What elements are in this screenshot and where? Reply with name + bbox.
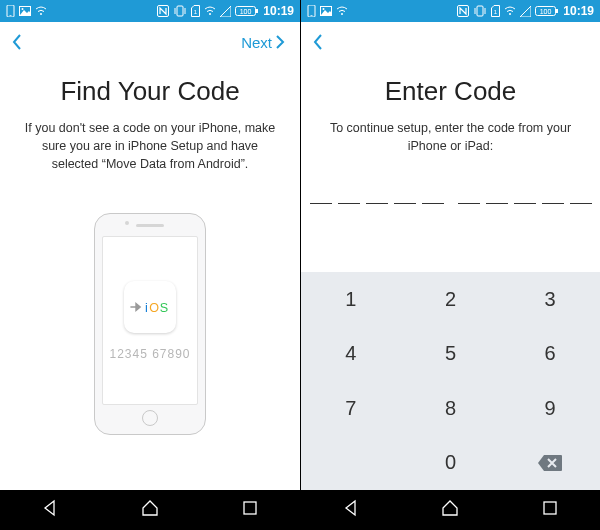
triangle-back-icon xyxy=(41,499,59,517)
svg-text:100: 100 xyxy=(540,8,552,15)
svg-rect-17 xyxy=(311,15,313,16)
picture-icon xyxy=(320,6,332,16)
chevron-left-icon xyxy=(311,33,325,51)
battery-icon: 100 xyxy=(535,5,559,17)
battery-icon: 100 xyxy=(235,5,259,17)
triangle-back-icon xyxy=(342,499,360,517)
nav-home-button[interactable] xyxy=(141,499,159,521)
example-code: 12345 67890 xyxy=(109,347,190,361)
svg-text:i: i xyxy=(145,301,148,315)
home-outline-icon xyxy=(141,499,159,517)
signal-icon xyxy=(220,6,231,17)
content-area: Find Your Code If you don't see a code o… xyxy=(0,62,300,490)
square-recent-icon xyxy=(541,499,559,517)
move-to-ios-icon: i O S xyxy=(129,293,171,321)
svg-text:1: 1 xyxy=(194,9,198,15)
svg-text:O: O xyxy=(149,301,159,315)
app-header: Next xyxy=(0,22,300,62)
svg-point-3 xyxy=(22,8,24,10)
code-digit xyxy=(422,203,444,204)
svg-rect-1 xyxy=(10,15,12,16)
key-9[interactable]: 9 xyxy=(500,381,600,436)
key-0[interactable]: 0 xyxy=(401,436,501,491)
content-area: Enter Code To continue setup, enter the … xyxy=(301,62,600,272)
chevron-right-icon xyxy=(274,34,286,50)
page-description: To continue setup, enter the code from y… xyxy=(325,119,576,155)
svg-point-8 xyxy=(209,13,211,15)
key-2[interactable]: 2 xyxy=(401,272,501,327)
nav-recent-button[interactable] xyxy=(241,499,259,521)
nfc-icon xyxy=(457,5,469,17)
vibrate-icon xyxy=(173,5,187,17)
app-header xyxy=(301,22,600,62)
wifi-alt-icon xyxy=(336,6,348,16)
nfc-icon xyxy=(157,5,169,17)
square-recent-icon xyxy=(241,499,259,517)
backspace-icon xyxy=(537,454,563,472)
home-outline-icon xyxy=(441,499,459,517)
back-button[interactable] xyxy=(10,33,24,51)
svg-rect-26 xyxy=(556,9,558,13)
vibrate-icon xyxy=(473,5,487,17)
key-6[interactable]: 6 xyxy=(500,327,600,382)
page-title: Enter Code xyxy=(385,76,517,107)
code-digit xyxy=(310,203,332,204)
code-digit xyxy=(514,203,536,204)
key-8[interactable]: 8 xyxy=(401,381,501,436)
chevron-left-icon xyxy=(10,33,24,51)
numeric-keypad: 1 2 3 4 5 6 7 8 9 0 xyxy=(301,272,600,490)
panel-find-code: 1 100 10:19 Next Find Your Code If you d… xyxy=(0,0,300,530)
key-empty xyxy=(301,436,401,491)
device-icon xyxy=(307,5,316,17)
wifi-icon xyxy=(204,6,216,16)
svg-point-24 xyxy=(509,13,511,15)
status-bar: 1 100 10:19 xyxy=(301,0,600,22)
status-time: 10:19 xyxy=(563,4,594,18)
key-1[interactable]: 1 xyxy=(301,272,401,327)
code-input[interactable] xyxy=(310,203,592,204)
nav-back-button[interactable] xyxy=(41,499,59,521)
svg-rect-28 xyxy=(544,502,556,514)
svg-point-4 xyxy=(40,13,42,15)
wifi-alt-icon xyxy=(35,6,47,16)
svg-rect-6 xyxy=(177,6,183,16)
wifi-icon xyxy=(504,6,516,16)
svg-text:1: 1 xyxy=(494,9,498,15)
key-backspace[interactable] xyxy=(500,436,600,491)
status-bar: 1 100 10:19 xyxy=(0,0,300,22)
code-digit xyxy=(542,203,564,204)
nav-back-button[interactable] xyxy=(342,499,360,521)
svg-point-19 xyxy=(323,8,325,10)
panel-enter-code: 1 100 10:19 Enter Code To continue setup… xyxy=(300,0,600,530)
code-digit xyxy=(458,203,480,204)
next-button[interactable]: Next xyxy=(241,34,286,51)
sim-icon: 1 xyxy=(191,5,200,17)
svg-text:100: 100 xyxy=(240,8,252,15)
key-7[interactable]: 7 xyxy=(301,381,401,436)
nav-home-button[interactable] xyxy=(441,499,459,521)
code-digit xyxy=(394,203,416,204)
status-time: 10:19 xyxy=(263,4,294,18)
picture-icon xyxy=(19,6,31,16)
back-button[interactable] xyxy=(311,33,325,51)
svg-text:S: S xyxy=(160,301,168,315)
code-digit xyxy=(486,203,508,204)
code-digit xyxy=(338,203,360,204)
phone-home-button xyxy=(142,410,158,426)
svg-point-20 xyxy=(341,13,343,15)
page-title: Find Your Code xyxy=(60,76,239,107)
phone-screen: i O S 12345 67890 xyxy=(102,236,198,405)
code-digit xyxy=(570,203,592,204)
sim-icon: 1 xyxy=(491,5,500,17)
key-5[interactable]: 5 xyxy=(401,327,501,382)
svg-rect-10 xyxy=(256,9,258,13)
ios-badge: i O S xyxy=(124,281,176,333)
page-description: If you don't see a code on your iPhone, … xyxy=(24,119,276,173)
phone-illustration: i O S 12345 67890 xyxy=(94,213,206,435)
code-digit xyxy=(366,203,388,204)
key-4[interactable]: 4 xyxy=(301,327,401,382)
svg-rect-15 xyxy=(244,502,256,514)
key-3[interactable]: 3 xyxy=(500,272,600,327)
nav-recent-button[interactable] xyxy=(541,499,559,521)
svg-rect-22 xyxy=(477,6,483,16)
